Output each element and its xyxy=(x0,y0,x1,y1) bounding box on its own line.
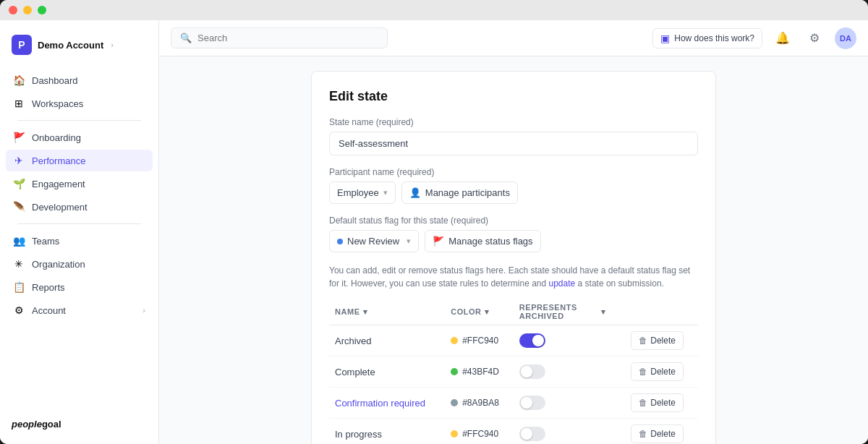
brand-logo-icon: P xyxy=(18,39,25,51)
maximize-button[interactable] xyxy=(38,6,46,14)
participant-row: Employee ▾ 👤 Manage participants xyxy=(329,182,698,204)
color-dot xyxy=(451,368,458,375)
row-archived-cell xyxy=(514,357,625,388)
state-name-label: State name (required) xyxy=(329,117,698,127)
table-row: Confirmation required#8A9BA8🗑 Delete xyxy=(329,388,698,419)
delete-row-button[interactable]: 🗑 Delete xyxy=(631,362,684,381)
manage-participants-button[interactable]: 👤 Manage participants xyxy=(401,182,518,204)
delete-row-button[interactable]: 🗑 Delete xyxy=(631,331,684,350)
row-archived-cell xyxy=(514,325,625,357)
flag-icon: 🚩 xyxy=(433,236,444,247)
state-name-field-group: State name (required) xyxy=(329,117,698,155)
development-icon: 🪶 xyxy=(13,201,25,213)
color-hex: #8A9BA8 xyxy=(462,398,499,408)
manage-status-flags-button[interactable]: 🚩 Manage status flags xyxy=(425,230,540,252)
notifications-button[interactable]: 🔔 xyxy=(771,27,794,50)
participant-chevron-icon: ▾ xyxy=(383,188,388,197)
help-button[interactable]: ▣ How does this work? xyxy=(652,28,762,48)
sidebar-item-label: Teams xyxy=(32,236,59,247)
row-name-cell: Confirmation required xyxy=(329,388,445,419)
archived-toggle[interactable] xyxy=(519,427,545,441)
update-link[interactable]: update xyxy=(549,278,576,289)
participant-select[interactable]: Employee ▾ xyxy=(329,182,396,204)
status-flag-value: New Review xyxy=(347,236,399,247)
sidebar-item-label: Engagement xyxy=(32,179,85,189)
color-hex: #FFC940 xyxy=(462,336,498,346)
sidebar-footer: peoplegoal xyxy=(0,413,158,435)
delete-icon: 🗑 xyxy=(639,398,647,408)
dashboard-icon: 🏠 xyxy=(13,74,25,86)
app-layout: P Demo Account › 🏠 Dashboard ⊞ Workspace… xyxy=(0,20,868,444)
status-flag-select[interactable]: New Review ▾ xyxy=(329,230,419,252)
name-sort-icon[interactable]: ▾ xyxy=(363,307,368,317)
brand-area[interactable]: P Demo Account › xyxy=(0,29,158,67)
sidebar-item-onboarding[interactable]: 🚩 Onboarding xyxy=(6,127,153,148)
archived-toggle[interactable] xyxy=(519,333,545,348)
performance-icon: ✈ xyxy=(13,155,25,166)
sidebar-item-label: Account xyxy=(32,305,66,316)
delete-icon: 🗑 xyxy=(639,336,647,346)
search-icon: 🔍 xyxy=(180,33,192,43)
row-delete-cell: 🗑 Delete xyxy=(625,388,698,419)
table-row: In progress#FFC940🗑 Delete xyxy=(329,419,698,445)
app-window: P Demo Account › 🏠 Dashboard ⊞ Workspace… xyxy=(0,0,868,444)
sidebar-item-label: Onboarding xyxy=(32,132,81,143)
sidebar-item-label: Dashboard xyxy=(32,75,78,86)
row-delete-cell: 🗑 Delete xyxy=(625,419,698,445)
row-color-cell: #FFC940 xyxy=(445,419,514,445)
minimize-button[interactable] xyxy=(23,6,32,14)
status-flag-row: New Review ▾ 🚩 Manage status flags xyxy=(329,230,698,252)
close-button[interactable] xyxy=(9,6,17,14)
archived-toggle[interactable] xyxy=(519,364,545,379)
color-sort-icon[interactable]: ▾ xyxy=(485,307,490,317)
sidebar: P Demo Account › 🏠 Dashboard ⊞ Workspace… xyxy=(0,20,159,444)
row-delete-cell: 🗑 Delete xyxy=(625,325,698,357)
participant-name-label: Participant name (required) xyxy=(329,167,698,177)
sidebar-item-dashboard[interactable]: 🏠 Dashboard xyxy=(6,69,153,91)
table-row: Archived#FFC940🗑 Delete xyxy=(329,325,698,357)
workspaces-icon: ⊞ xyxy=(13,98,25,109)
delete-row-button[interactable]: 🗑 Delete xyxy=(631,393,684,412)
participant-value: Employee xyxy=(337,187,379,198)
row-name-cell: Complete xyxy=(329,357,445,388)
sidebar-item-reports[interactable]: 📋 Reports xyxy=(6,276,153,298)
participants-icon: 👤 xyxy=(409,187,421,198)
row-name-link[interactable]: Confirmation required xyxy=(335,398,425,409)
row-name-cell: In progress xyxy=(329,419,445,445)
sidebar-item-workspaces[interactable]: ⊞ Workspaces xyxy=(6,93,153,114)
sidebar-item-label: Reports xyxy=(32,282,65,293)
settings-button[interactable]: ⚙ xyxy=(803,27,826,50)
col-header-name: NAME ▾ xyxy=(329,299,445,325)
sidebar-item-development[interactable]: 🪶 Development xyxy=(6,196,153,218)
sidebar-item-account[interactable]: ⚙ Account › xyxy=(6,299,153,321)
delete-row-button[interactable]: 🗑 Delete xyxy=(631,424,684,443)
edit-state-panel: Edit state State name (required) Partici… xyxy=(311,71,716,444)
sidebar-item-organization[interactable]: ✳ Organization xyxy=(6,253,153,275)
avatar[interactable]: DA xyxy=(835,27,856,49)
sidebar-item-label: Organization xyxy=(32,259,85,270)
color-dot xyxy=(451,430,458,437)
color-dot xyxy=(451,399,458,406)
teams-icon: 👥 xyxy=(13,235,25,247)
sidebar-nav: 🏠 Dashboard ⊞ Workspaces 🚩 Onboarding ✈ … xyxy=(0,67,158,413)
help-icon: ▣ xyxy=(660,33,670,44)
brand-chevron-icon: › xyxy=(111,40,114,49)
row-color-cell: #43BF4D xyxy=(445,357,514,388)
sidebar-item-engagement[interactable]: 🌱 Engagement xyxy=(6,173,153,195)
brand-name: Demo Account xyxy=(38,40,103,51)
manage-status-flags-label: Manage status flags xyxy=(448,236,532,247)
sidebar-item-teams[interactable]: 👥 Teams xyxy=(6,230,153,252)
archived-toggle[interactable] xyxy=(519,396,545,410)
color-hex: #43BF4D xyxy=(462,367,499,377)
sidebar-item-label: Development xyxy=(32,202,88,213)
search-input[interactable] xyxy=(197,33,378,43)
col-header-color: COLOR ▾ xyxy=(445,299,514,325)
main-area: 🔍 ▣ How does this work? 🔔 ⚙ DA Edit stat… xyxy=(159,20,868,444)
row-delete-cell: 🗑 Delete xyxy=(625,357,698,388)
row-archived-cell xyxy=(514,419,625,445)
search-box[interactable]: 🔍 xyxy=(171,27,388,48)
state-name-input[interactable] xyxy=(329,132,698,155)
archived-sort-icon[interactable]: ▾ xyxy=(601,307,606,317)
sidebar-item-performance[interactable]: ✈ Performance xyxy=(6,150,153,171)
titlebar xyxy=(0,0,868,20)
